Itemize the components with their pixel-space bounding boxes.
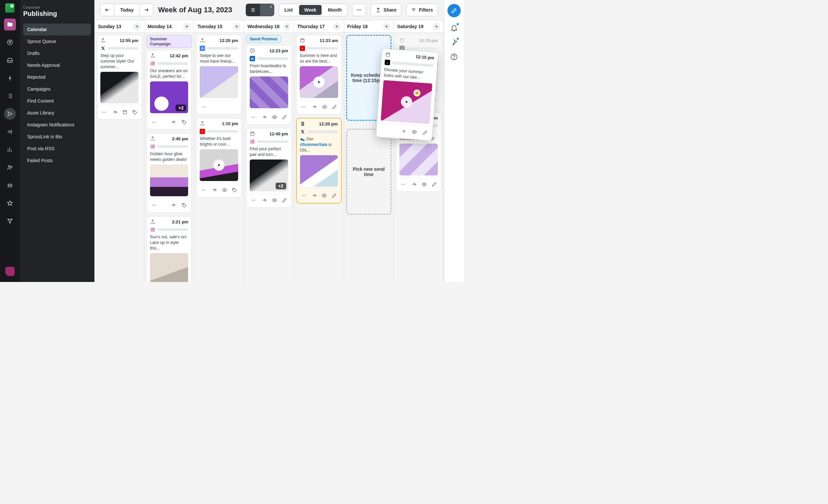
- post-card[interactable]: 12:20 pm G Swipe to see our must-have li…: [196, 35, 242, 114]
- nav-bot-icon[interactable]: [4, 179, 16, 191]
- nav-list-icon[interactable]: [4, 90, 16, 102]
- day-body[interactable]: 12:55 pm Step up your summer style! Our …: [95, 33, 144, 282]
- compose-button[interactable]: [448, 4, 461, 17]
- add-post-icon[interactable]: [133, 23, 141, 30]
- post-card[interactable]: 12:23 pm in From boardwalks to barbecues…: [246, 45, 292, 125]
- density-expanded[interactable]: 1: [260, 4, 274, 16]
- bolt-icon[interactable]: [310, 102, 319, 111]
- bolt-icon[interactable]: [260, 112, 269, 122]
- nav-chart-icon[interactable]: [4, 144, 16, 155]
- eye-icon[interactable]: [320, 191, 329, 200]
- post-card[interactable]: 2:21 pm Sun's out, sale's on! Lace up in…: [147, 216, 192, 282]
- sidebar-item-sprout-queue[interactable]: Sprout Queue: [23, 35, 91, 47]
- filters-button[interactable]: Filters: [406, 4, 438, 16]
- day-body[interactable]: 11:23 am Summer is here and so are the b…: [294, 33, 344, 282]
- drop-zone-pick-time[interactable]: Pick new send time: [346, 129, 392, 215]
- more-icon[interactable]: [150, 200, 159, 210]
- bolt-icon[interactable]: [169, 118, 178, 127]
- sidebar-item-drafts[interactable]: Drafts: [23, 47, 91, 59]
- sidebar-item-sproutlink-in-bio[interactable]: SproutLink in Bio: [23, 131, 91, 143]
- edit-icon[interactable]: [330, 191, 338, 200]
- notifications-icon[interactable]: [450, 24, 458, 32]
- more-icon[interactable]: [199, 102, 208, 111]
- sidebar-item-campaigns[interactable]: Campaigns: [23, 83, 91, 95]
- cal-icon[interactable]: [121, 107, 129, 117]
- sidebar-item-rejected[interactable]: Rejected: [23, 71, 91, 83]
- add-post-icon[interactable]: [233, 23, 241, 30]
- edit-icon[interactable]: [330, 102, 339, 111]
- bolt-icon[interactable]: [169, 200, 178, 210]
- bolt-icon[interactable]: [399, 126, 409, 136]
- edit-icon[interactable]: [280, 112, 289, 122]
- sidebar-item-post-via-rss[interactable]: Post via RSS: [23, 143, 91, 154]
- post-card[interactable]: 11:23 am Summer is here and so are the b…: [296, 35, 342, 114]
- nav-star-icon[interactable]: [4, 197, 16, 209]
- view-list[interactable]: List: [279, 4, 298, 16]
- tag-icon[interactable]: [179, 118, 189, 127]
- add-post-icon[interactable]: [333, 23, 340, 30]
- add-post-icon[interactable]: [383, 23, 390, 30]
- bolt-icon[interactable]: [410, 180, 419, 189]
- edit-icon[interactable]: [280, 195, 289, 205]
- sidebar-item-calendar[interactable]: Calendar: [23, 24, 91, 35]
- add-post-icon[interactable]: [183, 23, 191, 30]
- more-icon[interactable]: [150, 118, 159, 127]
- post-card[interactable]: 2:45 pm Golden hour glow meets golden de…: [147, 133, 192, 213]
- nav-audio-icon[interactable]: [4, 126, 16, 138]
- more-icon[interactable]: [100, 107, 108, 117]
- day-body[interactable]: Summer Campaign 12:42 pm Our sneakers ar…: [144, 33, 194, 282]
- next-arrow-icon[interactable]: [140, 4, 153, 16]
- dragging-post-card[interactable]: 12:15 pm ♪ Elevate your summer looks wit…: [376, 48, 438, 141]
- edit-icon[interactable]: [430, 180, 439, 189]
- sidebar-item-asset-library[interactable]: Asset Library: [23, 107, 91, 119]
- eye-icon[interactable]: [409, 127, 419, 137]
- add-post-icon[interactable]: [433, 23, 440, 30]
- post-card[interactable]: 12:55 pm Step up your summer style! Our …: [97, 35, 142, 120]
- nav-pin-icon[interactable]: [4, 72, 16, 84]
- prev-arrow-icon[interactable]: [101, 4, 114, 16]
- nav-folder-icon[interactable]: [4, 18, 16, 31]
- campaign-badge[interactable]: Send Promos: [246, 35, 281, 43]
- eye-icon[interactable]: [270, 195, 279, 205]
- more-icon[interactable]: [399, 180, 407, 189]
- view-month[interactable]: Month: [323, 4, 347, 16]
- post-card[interactable]: 12:40 pm Find your perfect pair and turn…: [246, 128, 292, 208]
- help-icon[interactable]: [450, 53, 458, 61]
- post-card[interactable]: 1:10 pm Whether it's bold brights or coo…: [196, 118, 242, 197]
- activity-icon[interactable]: [450, 38, 458, 46]
- eye-icon[interactable]: [220, 185, 229, 195]
- bolt-icon[interactable]: [210, 185, 219, 195]
- bolt-icon[interactable]: [111, 107, 120, 117]
- view-week[interactable]: Week: [299, 5, 322, 15]
- sidebar-item-instagram-notifications[interactable]: Instagram Notifications: [23, 119, 91, 131]
- eye-icon[interactable]: [270, 112, 279, 122]
- day-body[interactable]: Send Promos 12:23 pm in From boardwalks …: [244, 33, 294, 282]
- share-button[interactable]: Share: [371, 4, 402, 16]
- campaign-badge[interactable]: Summer Campaign: [147, 35, 192, 48]
- more-icon[interactable]: [249, 112, 258, 122]
- bolt-icon[interactable]: [260, 195, 269, 205]
- more-icon[interactable]: [299, 191, 308, 200]
- eye-icon[interactable]: [420, 180, 428, 189]
- density-compact[interactable]: [246, 4, 260, 16]
- post-card[interactable]: 12:20 pm 👟 Our #SummerSale is ON...: [296, 118, 342, 203]
- post-card[interactable]: 12:42 pm Our sneakers are on SALE, perfe…: [147, 50, 192, 130]
- nav-network-icon[interactable]: [4, 215, 16, 227]
- eye-icon[interactable]: [320, 102, 329, 111]
- tag-icon[interactable]: [179, 200, 189, 210]
- more-icon[interactable]: [299, 102, 308, 111]
- bolt-icon[interactable]: [310, 191, 319, 200]
- nav-compass-icon[interactable]: [4, 36, 16, 48]
- sidebar-item-find-content[interactable]: Find Content: [23, 95, 91, 107]
- today-button[interactable]: Today: [114, 4, 140, 16]
- add-post-icon[interactable]: [283, 23, 290, 30]
- nav-people-icon[interactable]: [4, 162, 16, 173]
- more-icon[interactable]: [249, 195, 258, 205]
- sidebar-item-failed-posts[interactable]: Failed Posts: [23, 154, 91, 167]
- sidebar-item-needs-approval[interactable]: Needs Approval: [23, 59, 91, 71]
- nav-inbox-icon[interactable]: [4, 54, 16, 66]
- edit-icon[interactable]: [420, 128, 430, 138]
- tag-icon[interactable]: [230, 185, 239, 195]
- tag-icon[interactable]: [130, 107, 139, 117]
- more-button[interactable]: [352, 4, 366, 16]
